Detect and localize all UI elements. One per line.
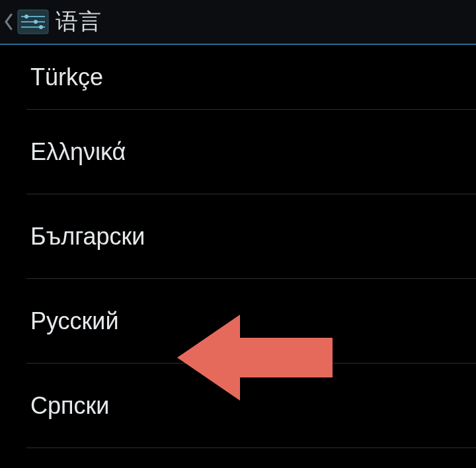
language-label: Български (26, 223, 145, 251)
language-label: Русский (26, 307, 119, 335)
language-item-russkiy[interactable]: Русский (26, 279, 476, 364)
back-button[interactable] (3, 6, 15, 38)
language-label: Српски (26, 392, 109, 420)
language-item-turkce[interactable]: Türkçe (26, 45, 476, 110)
chevron-left-icon (4, 13, 13, 30)
svg-point-4 (34, 20, 38, 24)
header: 语言 (0, 0, 476, 45)
svg-point-6 (39, 25, 43, 29)
language-item-srpski[interactable]: Српски (26, 364, 476, 448)
language-label: Ελληνικά (26, 138, 126, 166)
svg-point-2 (24, 15, 28, 19)
language-label: Türkçe (26, 63, 103, 91)
settings-sliders-icon (16, 8, 50, 36)
language-list: Türkçe Ελληνικά Български Русский Српски (0, 45, 476, 448)
language-item-bulgarski[interactable]: Български (26, 194, 476, 279)
page-title: 语言 (56, 7, 102, 37)
language-item-ellinika[interactable]: Ελληνικά (26, 110, 476, 194)
